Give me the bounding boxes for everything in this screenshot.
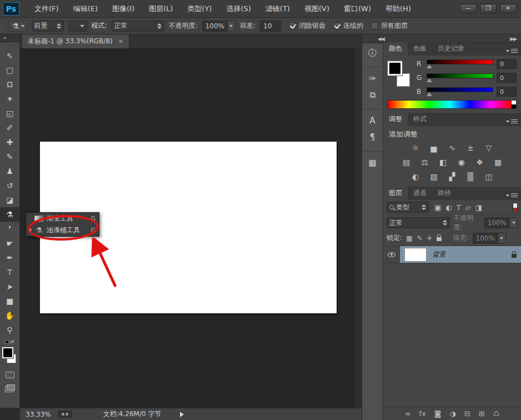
tab-layers[interactable]: 图层 [383, 187, 408, 200]
black-white-icon[interactable]: ◧ [437, 157, 450, 168]
panel-menu-icon[interactable] [506, 119, 518, 126]
lock-all-icon[interactable] [437, 237, 442, 241]
delete-layer-icon[interactable]: ♺ [493, 409, 500, 418]
marquee-tool[interactable]: ▢ [0, 63, 19, 77]
all-layers-checkbox[interactable]: 所有图层 [371, 21, 408, 31]
filter-kind-dropdown[interactable]: 类型 [387, 202, 429, 213]
red-value-input[interactable]: 0 [497, 59, 517, 69]
menu-item[interactable]: 视图(V) [297, 0, 337, 17]
maximize-button[interactable]: ❐ [480, 4, 497, 13]
menu-item[interactable]: 选择(S) [219, 0, 258, 17]
visibility-cell[interactable] [383, 246, 400, 263]
magic-wand-tool[interactable]: ✶ [0, 92, 19, 106]
filter-adjustment-icon[interactable]: ◐ [445, 203, 452, 212]
posterize-icon[interactable]: ▨ [427, 172, 440, 182]
tab-swatches[interactable]: 色板 [408, 42, 432, 56]
new-adjustment-icon[interactable]: ◑ [449, 409, 455, 418]
healing-brush-tool[interactable]: ✚ [0, 135, 19, 149]
smudge-tool[interactable]: ☛ [0, 236, 19, 251]
color-lookup-icon[interactable]: ▦ [492, 157, 505, 168]
scrollbar[interactable] [354, 49, 362, 408]
menu-item[interactable]: 滤镜(T) [258, 0, 297, 17]
lock-pixels-icon[interactable]: ✎ [417, 234, 422, 242]
pen-tool[interactable]: ✒ [0, 251, 19, 265]
clone-source-panel-icon[interactable]: ⧉ [363, 87, 382, 103]
channel-mixer-icon[interactable]: ❖ [473, 157, 487, 168]
new-group-icon[interactable]: ⊟ [464, 409, 470, 418]
paint-bucket-tool-item[interactable]: ⚗ 油漆桶工具 G [26, 224, 99, 236]
red-slider-track[interactable] [427, 59, 493, 64]
green-slider-track[interactable] [427, 73, 493, 78]
expand-panels-icon[interactable]: ▶▶ [510, 36, 517, 42]
opacity-dropdown-button[interactable] [228, 21, 236, 32]
foreground-color-swatch[interactable] [388, 61, 402, 76]
type-tool[interactable]: T [0, 265, 19, 279]
fill-value[interactable]: 100% [473, 233, 498, 244]
tab-history[interactable]: 历史记录 [432, 42, 470, 56]
hue-saturation-icon[interactable]: ▤ [400, 157, 413, 168]
blend-mode-dropdown[interactable]: 正常 [387, 217, 450, 228]
character-panel-icon[interactable]: A [363, 109, 382, 129]
tab-styles[interactable]: 样式 [408, 113, 432, 126]
foreground-color-swatch[interactable] [2, 347, 13, 358]
add-mask-icon[interactable]: ◙ [434, 409, 442, 418]
contiguous-checkbox[interactable]: 连续的 [333, 21, 363, 31]
tab-color[interactable]: 颜色 [383, 42, 408, 56]
antialias-checkbox[interactable]: 消除锯齿 [289, 21, 325, 31]
slider-thumb[interactable] [427, 78, 432, 82]
toolbar-collapse-chevron[interactable]: » [0, 34, 19, 42]
tab-adjustments[interactable]: 调整 [383, 113, 408, 126]
blur-tool[interactable]: ❜ [0, 222, 19, 236]
brightness-contrast-icon[interactable]: ☼ [409, 143, 422, 153]
opacity-dropdown-button[interactable] [510, 217, 518, 228]
spectrum-bw-end[interactable] [512, 100, 517, 109]
new-layer-icon[interactable]: ⊞ [479, 409, 485, 418]
menu-item[interactable]: 图像(I) [105, 0, 142, 17]
toolbar-grip[interactable] [4, 43, 16, 47]
spectrum-ramp[interactable] [388, 100, 512, 109]
link-layers-icon[interactable]: ∞ [405, 409, 411, 418]
green-value-input[interactable]: 0 [497, 73, 517, 83]
zoom-tool[interactable]: ⚲ [0, 323, 19, 337]
move-tool[interactable]: ⇖ [0, 48, 19, 63]
swap-colors-icon[interactable]: ⇄ [0, 337, 19, 346]
menu-item[interactable]: 文件(F) [27, 0, 66, 17]
blue-value-input[interactable]: 0 [497, 87, 517, 97]
menu-item[interactable]: 窗口(W) [337, 0, 378, 17]
exposure-icon[interactable]: ± [464, 143, 477, 153]
menu-item[interactable]: 帮助(H) [378, 0, 418, 17]
mode-dropdown[interactable]: 正常 [112, 21, 164, 32]
tab-paths[interactable]: 路径 [432, 187, 457, 200]
quick-mask-button[interactable] [0, 368, 19, 382]
photo-filter-icon[interactable]: ◉ [455, 157, 468, 168]
color-balance-icon[interactable]: ⚖ [418, 157, 432, 168]
tool-preset-picker[interactable]: ⚗ [9, 21, 27, 32]
hand-tool[interactable]: ✋ [0, 308, 19, 323]
filter-type-icon[interactable]: T [457, 203, 461, 212]
eyedropper-tool[interactable]: ✐ [0, 121, 19, 135]
scrubby-zoom-icon[interactable] [58, 411, 72, 418]
tolerance-input[interactable]: 10 [260, 21, 281, 32]
filter-shape-icon[interactable]: ▱ [465, 203, 471, 212]
status-menu-arrow-icon[interactable] [180, 412, 184, 417]
pattern-dropdown[interactable] [68, 21, 87, 32]
filter-toggle[interactable] [513, 203, 518, 212]
lasso-tool[interactable]: Ω [0, 77, 19, 92]
invert-icon[interactable]: ◐ [409, 172, 422, 182]
menu-item[interactable]: 图层(L) [142, 0, 180, 17]
minimize-button[interactable]: — [460, 4, 477, 13]
threshold-icon[interactable]: ▞ [445, 172, 459, 182]
vibrance-icon[interactable]: ▽ [482, 143, 495, 153]
tab-channels[interactable]: 通道 [408, 187, 432, 200]
slider-thumb[interactable] [427, 92, 432, 96]
screen-mode-button[interactable] [0, 382, 19, 395]
layer-opacity-value[interactable]: 100% [484, 217, 510, 228]
document-tab[interactable]: 未标题-1 @ 33.3%(RGB/8) × [22, 34, 129, 48]
fill-source-dropdown[interactable]: 前景 [32, 21, 64, 32]
blue-slider-track[interactable] [427, 87, 493, 92]
collapse-panels-icon[interactable]: ◀◀ [378, 36, 384, 42]
filter-smart-icon[interactable]: ◨ [475, 203, 482, 212]
paint-bucket-tool[interactable]: ⚗ [0, 207, 19, 222]
brush-panel-icon[interactable]: ✑ [363, 67, 382, 87]
zoom-level[interactable]: 33.33% [26, 411, 51, 418]
